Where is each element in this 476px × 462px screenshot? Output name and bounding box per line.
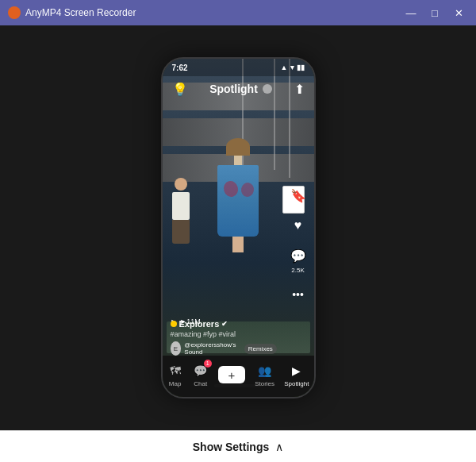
person-figure <box>172 178 190 244</box>
person-head <box>175 178 187 191</box>
bookmark-action[interactable]: 🔖 <box>289 186 308 205</box>
sound-avatar: E <box>171 341 182 356</box>
person-body <box>172 192 190 220</box>
nav-camera[interactable]: + <box>218 366 245 383</box>
person-legs <box>172 220 190 244</box>
nav-chat-label: Chat <box>194 380 207 387</box>
mannequin-neck <box>234 156 242 165</box>
topbar-title: Spotlight <box>209 83 258 95</box>
mannequin-jeans <box>217 165 259 237</box>
title-bar: AnyMP4 Screen Recorder — □ ✕ <box>0 0 476 25</box>
status-time: 7:62 <box>172 64 188 72</box>
lightbulb-icon[interactable]: 💡 <box>172 82 188 97</box>
chevron-up-icon: ∧ <box>275 441 283 453</box>
tiktok-bottom-info: Explorers ✔ #amazing #fyp #viral E @expl… <box>163 319 274 356</box>
mannequin-legs <box>232 237 244 252</box>
stories-icon: 👥 <box>257 363 273 379</box>
app-icon <box>8 6 21 19</box>
nav-stories[interactable]: 👥 Stories <box>255 363 274 387</box>
nav-spotlight-label: Spotlight <box>284 380 309 387</box>
chat-badge: 1 <box>204 360 212 368</box>
creator-tags: #amazing #fyp #viral <box>171 330 267 338</box>
battery-icon: ▮▮ <box>297 64 305 71</box>
sound-bar: E @explorersshow's Sound Remixes <box>171 341 267 356</box>
title-bar-left: AnyMP4 Screen Recorder <box>8 6 136 19</box>
mannequin-hat <box>226 138 250 156</box>
status-icons: ▲ ▾ ▮▮ <box>281 64 305 71</box>
like-action[interactable]: ♥ <box>289 216 308 235</box>
nav-stories-label: Stories <box>255 380 274 387</box>
nav-chat[interactable]: 💬 1 Chat <box>193 363 209 387</box>
tiktok-topbar: 💡 Spotlight ⬆ <box>163 75 314 103</box>
remixes-badge: Remixes <box>244 344 277 354</box>
nav-spotlight[interactable]: ▶ Spotlight <box>284 363 309 387</box>
signal-icon: ▲ <box>281 64 288 71</box>
window-controls: — □ ✕ <box>400 5 470 21</box>
spotlight-icon: ▶ <box>289 363 305 379</box>
nav-map[interactable]: 🗺 Map <box>167 363 183 387</box>
show-settings-bar[interactable]: Show Settings ∧ <box>0 430 476 462</box>
main-area: 7:62 ▲ ▾ ▮▮ 💡 Spotlight ⬆ ► ►11M <box>0 25 476 430</box>
wifi-icon: ▾ <box>290 64 294 71</box>
creator-name: Explorers ✔ <box>171 319 267 329</box>
minimize-button[interactable]: — <box>400 5 422 21</box>
app-title: AnyMP4 Screen Recorder <box>25 7 136 18</box>
sound-text: @explorersshow's Sound <box>184 341 239 356</box>
more-action[interactable]: ••• <box>289 285 308 304</box>
live-dot <box>263 84 272 94</box>
heart-icon: ♥ <box>289 216 308 235</box>
jeans-stain-left <box>222 179 240 198</box>
maximize-button[interactable]: □ <box>424 5 446 21</box>
phone-status-bar: 7:62 ▲ ▾ ▮▮ <box>163 59 314 76</box>
comment-action[interactable]: 💬 2.5K <box>289 246 308 274</box>
phone-mockup: 7:62 ▲ ▾ ▮▮ 💡 Spotlight ⬆ ► ►11M <box>161 57 316 398</box>
map-icon: 🗺 <box>167 363 183 379</box>
show-settings-label: Show Settings <box>193 441 269 453</box>
phone-content: 7:62 ▲ ▾ ▮▮ 💡 Spotlight ⬆ ► ►11M <box>163 59 314 397</box>
mannequin <box>217 138 259 252</box>
jeans-stain-right <box>240 182 255 198</box>
bookmark-icon: 🔖 <box>289 186 308 205</box>
tiktok-actions: 🔖 ♥ 💬 2.5K ••• <box>289 186 308 304</box>
creator-dot <box>171 321 177 327</box>
close-button[interactable]: ✕ <box>447 5 470 21</box>
tiktok-nav: 🗺 Map 💬 1 Chat + 👥 Stories <box>163 356 314 397</box>
share-icon[interactable]: ⬆ <box>294 82 305 97</box>
more-icon: ••• <box>289 285 308 304</box>
nav-map-label: Map <box>169 380 182 387</box>
comment-icon: 💬 <box>289 246 308 265</box>
comment-count: 2.5K <box>291 267 304 274</box>
chat-icon: 💬 1 <box>193 363 209 379</box>
camera-center-btn: + <box>218 366 245 383</box>
topbar-center: Spotlight <box>209 83 272 95</box>
